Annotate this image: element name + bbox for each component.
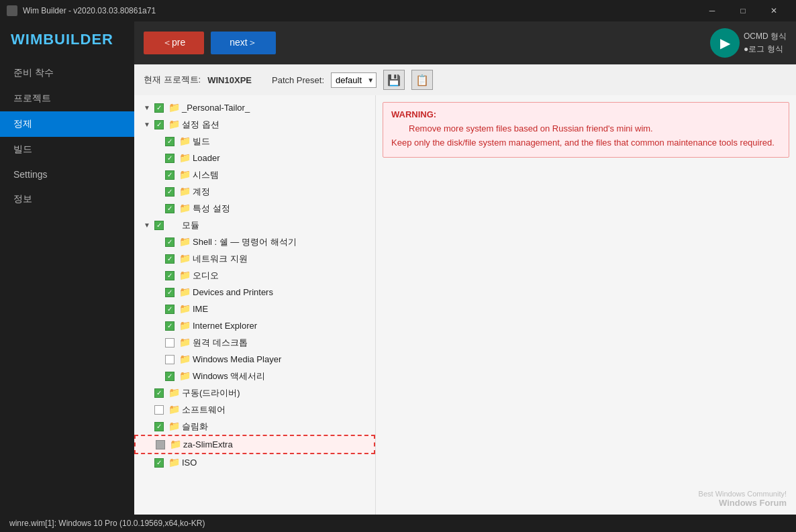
minimize-button[interactable]: ─ [697,0,728,21]
sidebar-item-빌드[interactable]: 빌드 [0,137,134,162]
sidebar-item-정제[interactable]: 정제 [0,111,134,137]
folder-icon: 📁 [168,456,180,470]
tree-label: _Personal-Tailor_ [182,101,250,115]
tree-item-system[interactable]: ✓ 📁 시스템 [134,166,375,183]
folder-icon: 📁 [179,168,191,182]
next-button[interactable]: next＞ [211,32,275,54]
tree-label: 계정 [193,185,210,199]
tree-item-ie[interactable]: ✓ 📁 Internet Explorer [134,317,375,334]
check-ime[interactable]: ✓ [164,304,175,315]
tree-label: Loader [193,152,219,165]
tree-item-network[interactable]: ✓ 📁 네트워크 지원 [134,250,375,267]
check-media-player[interactable] [164,354,175,365]
tree-item-settings-options[interactable]: ▼ ✓ 📁 설정 옵션 [134,116,375,133]
content-area: ▼ ✓ 📁 _Personal-Tailor_ ▼ ✓ 📁 설정 옵션 [134,95,796,515]
tree-item-build[interactable]: ✓ 📁 빌드 [134,133,375,150]
check-remote-desktop[interactable] [164,337,175,348]
tree-item-remote-desktop[interactable]: 📁 원격 데스크톱 [134,334,375,351]
app-body: WIMBUILDER 준비 착수 프로젝트 정제 빌드 Settings 정보 … [0,21,796,515]
app-icon [7,5,17,16]
project-name: WIN10XPE [207,75,252,85]
right-panel: WARNING: Remove more system files based … [376,95,796,515]
check-account[interactable]: ✓ [164,187,175,197]
tree-label: Internet Explorer [193,319,257,333]
watermark: Best Windows Community! Windows Forum [699,490,787,508]
sidebar-item-프로젝트[interactable]: 프로젝트 [0,86,134,111]
tree-item-account[interactable]: ✓ 📁 계정 [134,183,375,200]
sidebar-item-settings[interactable]: Settings [0,162,134,187]
check-slim[interactable]: ✓ [154,421,164,432]
folder-icon: 📁 [179,151,191,165]
warning-line2: Keep only the disk/file system managemen… [391,138,775,148]
tree-label: 오디오 [193,269,219,282]
ocmd-line1: OCMD 형식 [744,30,787,43]
tree-item-modules[interactable]: ▼ ✓ 📁 모듈 [134,217,375,233]
check-accessories[interactable]: ✓ [164,371,175,382]
folder-icon: 📁 [168,403,180,417]
save-preset-button[interactable]: 💾 [383,70,405,90]
maximize-button[interactable]: □ [728,0,758,21]
sidebar-item-준비착수[interactable]: 준비 착수 [0,60,134,86]
folder-icon: 📁 [179,369,191,383]
tree-label: 빌드 [193,135,210,148]
tree-label: 슬림화 [182,420,208,433]
tree-item-shell[interactable]: ✓ 📁 Shell : 쉘 — 명령어 해석기 [134,233,375,250]
check-personal-tailor[interactable]: ✓ [154,103,164,113]
ocmd-icon[interactable]: ▶ [710,28,740,58]
folder-icon: 📁 [168,386,180,400]
sidebar-item-정보[interactable]: 정보 [0,187,134,212]
patch-preset-select[interactable]: default [331,72,377,88]
check-modules[interactable]: ✓ [154,220,164,231]
check-audio[interactable]: ✓ [164,270,175,281]
tree-item-ime[interactable]: ✓ 📁 IME [134,301,375,317]
tree-label: 원격 데스크톱 [193,336,248,350]
load-preset-button[interactable]: 📋 [411,70,433,90]
check-za-slim-extra[interactable] [155,439,166,450]
check-network[interactable]: ✓ [164,254,175,264]
tree-label: 특성 설정 [193,202,230,215]
sidebar: WIMBUILDER 준비 착수 프로젝트 정제 빌드 Settings 정보 [0,21,134,515]
check-devices[interactable]: ✓ [164,287,175,298]
check-properties[interactable]: ✓ [164,203,175,214]
tree-item-drivers[interactable]: ✓ 📁 구동(드라이버) [134,384,375,401]
tree-item-accessories[interactable]: ✓ 📁 Windows 액세서리 [134,368,375,384]
tree-item-iso[interactable]: ✓ 📁 ISO [134,454,375,471]
tree-item-audio[interactable]: ✓ 📁 오디오 [134,267,375,284]
app-title: Wim Builder - v2020.03.03.80861a71 [23,6,697,15]
tree-label: Windows Media Player [193,353,281,366]
warning-title: WARNING: [391,109,781,119]
tree-item-slim[interactable]: ✓ 📁 슬림화 [134,418,375,435]
tree-item-za-slim-extra[interactable]: 📁 za-SlimExtra [134,435,375,454]
tree-item-properties[interactable]: ✓ 📁 특성 설정 [134,200,375,217]
check-build[interactable]: ✓ [164,136,175,147]
expand-icon[interactable]: ▼ [142,220,152,230]
tree-item-media-player[interactable]: 📁 Windows Media Player [134,351,375,368]
tree-item-devices[interactable]: ✓ 📁 Devices and Printers [134,284,375,301]
check-drivers[interactable]: ✓ [154,388,164,398]
check-settings-options[interactable]: ✓ [154,119,164,130]
expand-icon[interactable]: ▼ [142,119,152,129]
ocmd-line2: ●로그 형식 [744,43,787,56]
sidebar-nav: 준비 착수 프로젝트 정제 빌드 Settings 정보 [0,60,134,212]
check-loader[interactable]: ✓ [164,153,175,164]
close-button[interactable]: ✕ [758,0,789,21]
expand-icon[interactable]: ▼ [142,103,152,113]
tree-item-personal-tailor[interactable]: ▼ ✓ 📁 _Personal-Tailor_ [134,99,375,116]
tree-label: Devices and Printers [193,286,273,299]
patch-label: Patch Preset: [272,75,324,85]
folder-icon: 📁 [179,302,191,316]
check-shell[interactable]: ✓ [164,237,175,248]
check-software[interactable] [154,405,164,415]
tree-item-loader[interactable]: ✓ 📁 Loader [134,150,375,166]
window-controls: ─ □ ✕ [697,0,789,21]
titlebar: Wim Builder - v2020.03.03.80861a71 ─ □ ✕ [0,0,796,21]
watermark-line1: Best Windows Community! [699,490,787,498]
check-ie[interactable]: ✓ [164,321,175,331]
main-content: ＜pre next＞ ▶ OCMD 형식 ●로그 형식 현재 프로젝트: WIN… [134,21,796,515]
check-iso[interactable]: ✓ [154,458,164,468]
tree-item-software[interactable]: 📁 소프트웨어 [134,401,375,418]
tree-label: 설정 옵션 [182,118,219,131]
pre-button[interactable]: ＜pre [144,32,204,54]
tree-label: Shell : 쉘 — 명령어 해석기 [193,235,297,249]
check-system[interactable]: ✓ [164,170,175,180]
